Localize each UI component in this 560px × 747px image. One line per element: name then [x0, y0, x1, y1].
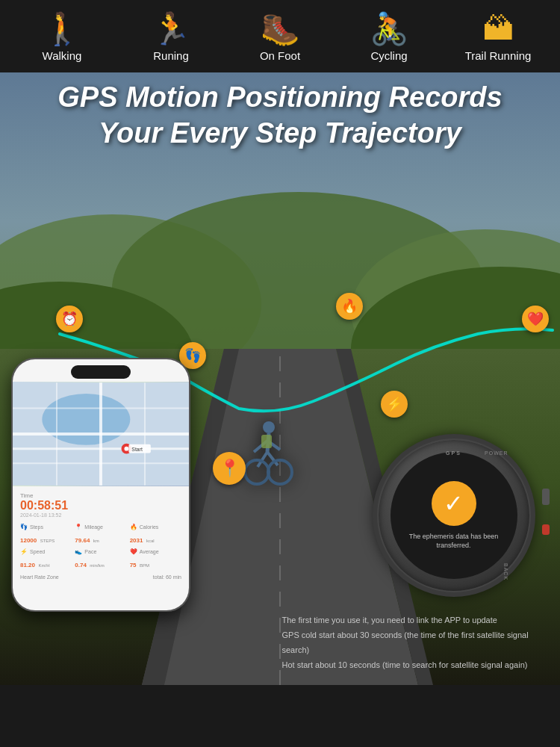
activity-item-cycling: 🚴 Cycling — [352, 13, 426, 62]
hero-title: GPS Motion Positioning Records Your Ever… — [22, 80, 538, 151]
activities-bar: 🚶 Walking 🏃 Runing 🥾 On Foot 🚴 Cycling 🏔… — [0, 0, 560, 72]
info-line: Hot start about 10 seconds (time to sear… — [282, 658, 544, 673]
hero-section: GPS Motion Positioning Records Your Ever… — [0, 72, 560, 685]
svg-point-18 — [268, 460, 292, 484]
svg-point-31 — [124, 446, 128, 450]
info-text-block: The first time you use it, you need to l… — [282, 613, 544, 672]
cycling-icon: 🚴 — [370, 13, 408, 45]
info-line: The first time you use it, you need to l… — [282, 613, 544, 628]
stat-item: 👟 Pace 0.74 min/km — [75, 548, 126, 570]
svg-rect-19 — [261, 435, 272, 448]
on-foot-icon: 🥾 — [261, 13, 299, 45]
waypoint-wp1: ⏰ — [56, 306, 83, 332]
time-value: 00:58:51 — [20, 499, 181, 512]
watch-mockup: ✓ The ephemeris data has been transferre… — [364, 426, 544, 605]
activity-item-trail-running: 🏔 Trail Running — [461, 13, 535, 62]
hr-zone: Heart Rate Zone total: 60 min — [20, 574, 181, 580]
phone-notch — [71, 365, 131, 379]
info-line: GPS cold start about 30 seconds (the tim… — [282, 628, 544, 658]
watch-crown-bottom — [542, 524, 550, 535]
on-foot-label: On Foot — [260, 49, 300, 62]
svg-point-11 — [263, 421, 275, 433]
cyclist-figure — [239, 418, 299, 507]
watch-crown-top — [542, 489, 550, 505]
watch-gps-label: GPS — [446, 450, 461, 456]
svg-point-17 — [245, 460, 269, 484]
hero-heading: GPS Motion Positioning Records Your Ever… — [0, 80, 560, 151]
walking-label: Walking — [43, 49, 82, 62]
stat-item: 👣 Steps 12000 STEPS — [20, 524, 72, 545]
stat-item: 🔥 Calories 2031 kcal — [130, 524, 181, 545]
phone-mockup: Start Time 00:58:51 2024-01-18 13:52 👣 S… — [11, 358, 190, 612]
svg-point-22 — [42, 394, 130, 445]
walking-icon: 🚶 — [43, 13, 81, 45]
phone-stats-grid: 👣 Steps 12000 STEPS 📍 Mileage 79.64 km 🔥… — [20, 524, 181, 570]
running-label: Runing — [153, 49, 189, 62]
watch-back-label: BACK — [503, 563, 508, 580]
stat-item: 📍 Mileage 79.64 km — [75, 524, 126, 545]
watch-power-label: POWER — [485, 450, 508, 456]
stat-item: ❤️ Average 75 BPM — [130, 548, 181, 570]
phone-date: 2024-01-18 13:52 — [20, 512, 181, 518]
phone-map: Start — [13, 382, 189, 486]
trail-running-icon: 🏔 — [482, 13, 514, 45]
time-label: Time — [20, 492, 181, 499]
cycling-label: Cycling — [370, 49, 407, 62]
watch-case: ✓ The ephemeris data has been transferre… — [376, 437, 532, 594]
watch-message: The ephemeris data has been transferred. — [391, 532, 517, 551]
watch-checkmark: ✓ — [432, 481, 476, 526]
phone-data: Time 00:58:51 2024-01-18 13:52 👣 Steps 1… — [13, 486, 189, 586]
activity-item-walking: 🚶 Walking — [25, 13, 99, 62]
svg-text:Start: Start — [131, 446, 143, 451]
watch-screen: ✓ The ephemeris data has been transferre… — [391, 452, 517, 579]
trail-running-label: Trail Running — [465, 49, 532, 62]
activity-item-on-foot: 🥾 On Foot — [243, 13, 317, 62]
running-icon: 🏃 — [152, 13, 190, 45]
activity-item-running: 🏃 Runing — [134, 13, 208, 62]
stat-item: ⚡ Speed 81.20 Km/H — [20, 548, 72, 570]
waypoint-wp3: 🔥 — [336, 293, 363, 320]
waypoint-wp4: ❤️ — [522, 306, 549, 332]
